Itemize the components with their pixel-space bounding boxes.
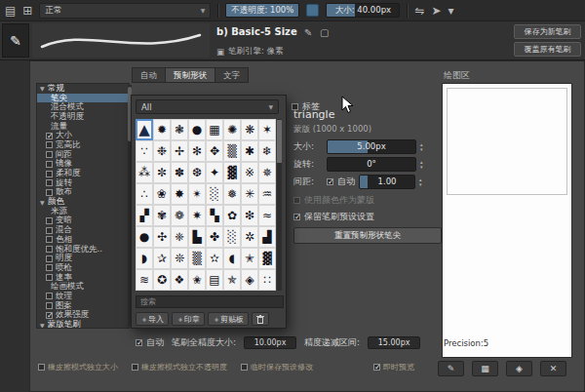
- flow-icon[interactable]: ➤: [431, 5, 441, 17]
- brush-tip-45[interactable]: ░: [223, 226, 241, 248]
- brush-tip-5[interactable]: ✺: [223, 119, 241, 140]
- spinner-arrows[interactable]: ▴▾: [420, 142, 423, 152]
- option-效果强度[interactable]: 效果强度: [37, 311, 129, 321]
- brush-tip-10[interactable]: ✢: [171, 140, 188, 162]
- brush-tip-17[interactable]: ✼: [153, 162, 171, 183]
- option-饱和度优先..[interactable]: 饱和度优先..: [37, 245, 129, 255]
- brush-tip-35[interactable]: ✷: [188, 205, 206, 226]
- fill-gradient-button[interactable]: ◈: [506, 361, 532, 376]
- grid-scrollbar[interactable]: [277, 119, 282, 291]
- brush-tip-63[interactable]: ∷: [258, 269, 276, 291]
- rename-preset-icon[interactable]: ✎: [304, 27, 312, 38]
- temp-save-checkbox[interactable]: 临时保存预设修改: [241, 362, 313, 372]
- brush-tip-15[interactable]: ❄: [258, 140, 276, 162]
- brush-tip-62[interactable]: ◈: [241, 269, 258, 291]
- brush-tip-37[interactable]: ✿: [223, 205, 241, 226]
- brush-tip-56[interactable]: ≋: [136, 269, 153, 291]
- use-color-as-mask-checkbox[interactable]: 使用颜色作为蒙版: [293, 194, 374, 207]
- option-流量[interactable]: 流量: [37, 122, 129, 132]
- spacing-auto-checkbox[interactable]: 自动: [327, 176, 355, 188]
- option-蒙版笔刷[interactable]: ▼蒙版笔刷: [37, 320, 129, 329]
- brush-tip-26[interactable]: ✸: [171, 183, 188, 205]
- brush-tip-31[interactable]: ♒: [258, 183, 276, 205]
- tip-spacing-slider[interactable]: 1.00: [359, 175, 415, 189]
- brush-tip-59[interactable]: ✬: [188, 269, 206, 291]
- scrollbar-thumb[interactable]: [277, 120, 282, 163]
- brush-tip-9[interactable]: ❉: [153, 140, 171, 162]
- brush-tip-2[interactable]: ❃: [171, 119, 188, 140]
- brush-tip-55[interactable]: ▓: [258, 248, 276, 269]
- brush-tip-7[interactable]: ✶: [258, 119, 276, 140]
- option-明度[interactable]: 明度: [37, 254, 129, 263]
- brush-tip-39[interactable]: ≈: [258, 205, 276, 226]
- overwrite-preset-button[interactable]: 覆盖原有笔刷: [514, 42, 581, 57]
- option-散布[interactable]: 散布: [37, 188, 129, 198]
- brush-tip-4[interactable]: ▦: [206, 119, 223, 140]
- scratchpad-canvas[interactable]: [442, 83, 572, 358]
- brush-tip-18[interactable]: ✽: [171, 162, 188, 183]
- option-柔和度[interactable]: 柔和度: [37, 169, 129, 178]
- brush-tip-6[interactable]: ❋: [241, 119, 258, 140]
- spinner-arrows[interactable]: ▴▾: [420, 160, 423, 170]
- brush-tip-52[interactable]: ✫: [206, 248, 223, 269]
- stamp-brush-button[interactable]: ＋印章: [172, 312, 205, 326]
- brush-preset-icon[interactable]: ✎: [2, 23, 29, 58]
- preserve-preset-checkbox[interactable]: 保留笔刷预设设置: [293, 211, 374, 223]
- option-纹理[interactable]: 纹理: [37, 292, 129, 301]
- full-precision-input[interactable]: 10.00px: [244, 336, 296, 349]
- clipboard-brush-button[interactable]: ＋剪贴板: [208, 312, 249, 326]
- option-喷枪[interactable]: 喷枪: [37, 263, 129, 273]
- fade-precision-input[interactable]: 15.00px: [368, 336, 420, 349]
- brush-tip-1[interactable]: ✹: [153, 119, 171, 140]
- brush-tip-43[interactable]: ▙: [188, 226, 206, 248]
- brush-tip-29[interactable]: ❅: [223, 183, 241, 205]
- pressure-toggle-icon[interactable]: [306, 4, 319, 17]
- brush-tip-54[interactable]: ✭: [241, 248, 258, 269]
- tip-size-slider[interactable]: 5.00px: [327, 139, 416, 154]
- grid-icon[interactable]: ⊞: [22, 5, 32, 17]
- reset-predefined-tip-button[interactable]: 重置预制形状笔尖: [293, 227, 442, 244]
- brush-tip-47[interactable]: ▟: [258, 226, 276, 248]
- brush-tip-44[interactable]: ✤: [206, 226, 223, 248]
- option-旋转[interactable]: 旋转: [37, 178, 129, 188]
- spinner-arrows[interactable]: ▴▾: [419, 177, 422, 187]
- tag-filter-select[interactable]: All ▼: [136, 99, 279, 114]
- brush-tip-53[interactable]: ◖: [223, 248, 241, 269]
- brush-tip-12[interactable]: ✥: [206, 140, 223, 162]
- brush-tip-14[interactable]: ✱: [241, 140, 258, 162]
- option-宽高比[interactable]: 宽高比: [37, 140, 129, 150]
- brush-tip-16[interactable]: ⁂: [136, 162, 153, 183]
- option-镜像[interactable]: 镜像: [37, 160, 129, 170]
- option-绘画模式[interactable]: 绘画模式: [37, 282, 129, 292]
- eraser-opacity-checkbox[interactable]: 橡皮擦模式独立不透明度: [132, 362, 227, 372]
- option-来源[interactable]: 来源: [37, 207, 129, 216]
- brush-tip-28[interactable]: ░: [206, 183, 223, 205]
- brush-tip-36[interactable]: ▚: [206, 205, 223, 226]
- brush-tip-61[interactable]: ✯: [223, 269, 241, 291]
- brush-tip-3[interactable]: ●: [188, 119, 206, 140]
- brush-tip-30[interactable]: ✳: [241, 183, 258, 205]
- brush-tip-46[interactable]: ✲: [241, 226, 258, 248]
- tab-1[interactable]: 预制形状: [165, 67, 214, 83]
- option-混合[interactable]: 混合: [37, 225, 129, 235]
- mirror-icon[interactable]: ⇋: [414, 5, 424, 17]
- blend-mode-select[interactable]: 正常 ▼: [39, 3, 211, 19]
- brush-tip-60[interactable]: ▤: [206, 269, 223, 291]
- brush-tip-33[interactable]: ✾: [153, 205, 171, 226]
- brush-tip-40[interactable]: ●: [136, 226, 153, 248]
- brush-tip-41[interactable]: ✣: [153, 226, 171, 248]
- tip-rotation-slider[interactable]: 0°: [327, 157, 416, 172]
- brush-tip-32[interactable]: ▞: [136, 205, 153, 226]
- brush-tip-51[interactable]: ▒: [188, 248, 206, 269]
- brush-tip-24[interactable]: ∴: [136, 183, 153, 205]
- opacity-slider[interactable]: 不透明度: 100%: [225, 3, 299, 18]
- brush-tip-58[interactable]: ❖: [171, 269, 188, 291]
- brush-tip-21[interactable]: ▓: [223, 162, 241, 183]
- brush-tip-50[interactable]: ❊: [171, 248, 188, 269]
- import-brush-button[interactable]: ＋导入: [136, 312, 169, 326]
- brush-tip-27[interactable]: ✴: [188, 183, 206, 205]
- tab-0[interactable]: 自动: [132, 67, 165, 83]
- brush-tip-25[interactable]: ❀: [153, 183, 171, 205]
- more-options-chevron-icon[interactable]: ▾: [448, 5, 454, 17]
- eraser-size-checkbox[interactable]: 橡皮擦模式独立大小: [38, 362, 118, 372]
